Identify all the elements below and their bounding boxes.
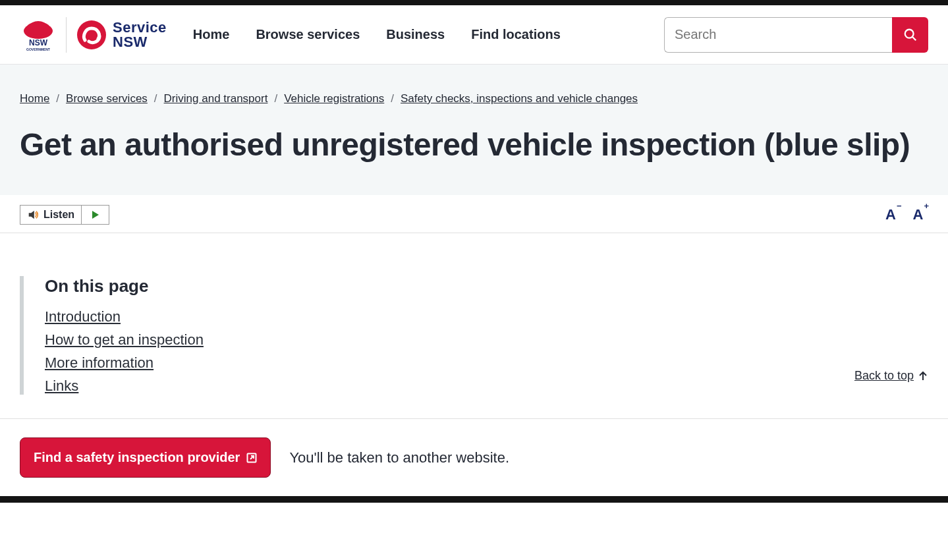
find-provider-button[interactable]: Find a safety inspection provider [20, 437, 271, 478]
play-icon [91, 210, 100, 219]
breadcrumb-driving[interactable]: Driving and transport [164, 92, 268, 105]
nav-find-locations[interactable]: Find locations [471, 27, 561, 42]
cta-row: Find a safety inspection provider You'll… [0, 418, 948, 496]
breadcrumb-separator: / [274, 92, 277, 105]
decrease-font-button[interactable]: A− [885, 206, 901, 223]
external-link-icon [246, 453, 257, 463]
on-this-page-links: Introduction How to get an inspection Mo… [45, 308, 928, 395]
utility-row: Listen A− A+ [0, 195, 948, 233]
nav-home[interactable]: Home [193, 27, 230, 42]
listen-button[interactable]: Listen [20, 206, 82, 224]
page-title: Get an authorised unregistered vehicle i… [20, 125, 928, 165]
on-this-page-heading: On this page [45, 276, 928, 296]
breadcrumb-registrations[interactable]: Vehicle registrations [284, 92, 384, 105]
nav-browse-services[interactable]: Browse services [256, 27, 360, 42]
cta-note: You'll be taken to another website. [289, 449, 509, 466]
speaker-icon [27, 209, 39, 221]
search-input[interactable] [664, 17, 892, 53]
breadcrumb-browse[interactable]: Browse services [66, 92, 148, 105]
site-header: NSW GOVERNMENT Service NSW Home Browse s… [0, 5, 948, 65]
search-icon [903, 28, 918, 42]
logo-separator [66, 17, 67, 53]
browser-top-bar [0, 0, 948, 5]
search-form [664, 17, 928, 53]
otp-link-links[interactable]: Links [45, 378, 78, 395]
svg-line-7 [912, 36, 916, 40]
increase-font-button[interactable]: A+ [913, 206, 928, 223]
cta-button-label: Find a safety inspection provider [34, 450, 240, 465]
arrow-up-icon [918, 371, 928, 381]
nav-business[interactable]: Business [386, 27, 445, 42]
listen-label: Listen [43, 209, 74, 221]
svg-text:NSW: NSW [29, 38, 48, 47]
font-size-controls: A− A+ [885, 206, 928, 223]
logo-block: NSW GOVERNMENT Service NSW [20, 16, 167, 53]
breadcrumb-separator: / [391, 92, 394, 105]
breadcrumb-safety[interactable]: Safety checks, inspections and vehicle c… [401, 92, 638, 105]
logo-text-line-1: Service [113, 20, 167, 35]
svg-text:GOVERNMENT: GOVERNMENT [26, 47, 50, 51]
nsw-government-logo[interactable]: NSW GOVERNMENT [20, 16, 57, 53]
page-title-section: Home / Browse services / Driving and tra… [0, 65, 948, 195]
listen-play-button[interactable] [82, 206, 109, 224]
search-button[interactable] [892, 17, 928, 53]
breadcrumb-separator: / [56, 92, 59, 105]
otp-link-more-info[interactable]: More information [45, 354, 153, 372]
listen-widget: Listen [20, 205, 109, 225]
service-nsw-logo[interactable]: Service NSW [76, 19, 167, 51]
back-to-top-label: Back to top [854, 369, 914, 383]
back-to-top-link[interactable]: Back to top [854, 369, 928, 383]
otp-link-how-to[interactable]: How to get an inspection [45, 331, 204, 349]
browser-bottom-bar [0, 496, 948, 503]
breadcrumb-separator: / [154, 92, 157, 105]
service-nsw-logo-text: Service NSW [113, 20, 167, 49]
on-this-page-block: On this page Introduction How to get an … [20, 276, 928, 395]
otp-link-introduction[interactable]: Introduction [45, 308, 121, 325]
primary-nav: Home Browse services Business Find locat… [193, 27, 561, 42]
breadcrumb-home[interactable]: Home [20, 92, 49, 105]
logo-text-line-2: NSW [113, 35, 167, 49]
content-area: On this page Introduction How to get an … [0, 233, 948, 418]
svg-point-2 [30, 21, 46, 30]
svg-point-5 [77, 20, 106, 49]
breadcrumb: Home / Browse services / Driving and tra… [20, 92, 928, 105]
svg-point-6 [905, 29, 913, 38]
